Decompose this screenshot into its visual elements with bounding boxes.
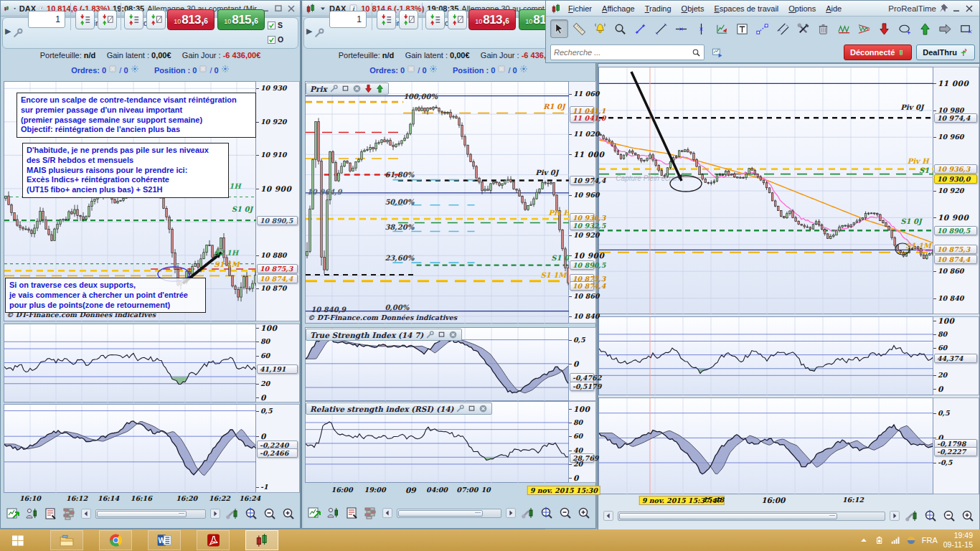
export-chart-icon[interactable]: [5, 507, 21, 521]
scroll-left-icon[interactable]: [603, 510, 614, 522]
horizontal-line-icon[interactable]: [672, 19, 690, 38]
tray-expand-icon[interactable]: [859, 535, 869, 545]
vertical-line-icon[interactable]: [692, 19, 710, 38]
zoom-out-icon[interactable]: [262, 507, 278, 521]
battery-icon[interactable]: [875, 535, 885, 545]
sell-market-button[interactable]: 10813,6: [468, 9, 516, 30]
quantity-field[interactable]: 1: [28, 11, 65, 28]
position-close-icon[interactable]: [199, 65, 207, 73]
rsi-pane[interactable]: [598, 316, 933, 395]
order-person-icon[interactable]: [24, 507, 39, 521]
pattern-triangle-icon[interactable]: [855, 19, 873, 38]
price-chart[interactable]: Piv 0JPiv HS1 HS1 0JS1 1MCapture Plein é…: [598, 67, 933, 314]
zoom-in-icon[interactable]: [960, 509, 976, 523]
zoom-in-icon[interactable]: [281, 507, 296, 521]
checkbox-s[interactable]: S: [268, 21, 283, 29]
journal-page-icon[interactable]: [42, 507, 58, 521]
rsi-pane[interactable]: [4, 324, 256, 402]
pane-window-icon[interactable]: [467, 404, 476, 413]
pattern-zigzag-icon[interactable]: [835, 19, 853, 38]
orders-settings-icon[interactable]: [429, 65, 438, 73]
volume-bricks-icon[interactable]: [61, 507, 77, 521]
checkbox-o[interactable]: O: [268, 35, 283, 44]
minimize-icon[interactable]: [951, 3, 962, 14]
sell-limit-button[interactable]: [98, 10, 117, 29]
scroll-left-icon[interactable]: [382, 507, 393, 519]
taskbar-chrome[interactable]: [99, 530, 132, 550]
disconnect-button[interactable]: Déconnecté: [844, 44, 912, 60]
panel-expander[interactable]: ▶: [306, 27, 312, 37]
search-input[interactable]: [554, 48, 692, 57]
start-button[interactable]: [1, 530, 34, 550]
search-box[interactable]: [550, 44, 705, 60]
buy-stop-button[interactable]: [124, 10, 143, 29]
taskbar-prorealtime[interactable]: [245, 530, 278, 550]
pane-window-icon[interactable]: [341, 84, 350, 93]
price-chart[interactable]: 100,00%61,80%50,00%38,20%23,60%0,00%10 9…: [305, 81, 569, 324]
zoom-out-icon[interactable]: [557, 506, 573, 520]
menu-options[interactable]: Options: [783, 3, 821, 14]
menu-affichage[interactable]: Affichage: [597, 3, 640, 14]
taskbar-acrobat[interactable]: [197, 530, 230, 550]
orders-cancel-icon[interactable]: [108, 65, 117, 73]
pane-window-icon[interactable]: [437, 330, 446, 339]
trash-icon[interactable]: [814, 19, 832, 38]
zoom-in-icon[interactable]: [576, 506, 592, 520]
buy-limit-button[interactable]: [377, 10, 396, 29]
dropdown-caret-icon[interactable]: [319, 3, 326, 14]
price-pane-header[interactable]: Prix: [306, 83, 389, 95]
scroll-right-icon[interactable]: [209, 508, 221, 519]
rsi-pane-header[interactable]: Relative strength index (RSI) (14): [306, 402, 492, 415]
pane-settings-icon[interactable]: [329, 84, 339, 93]
volume-bricks-icon[interactable]: [362, 506, 378, 520]
chart-wrench-icon[interactable]: [904, 509, 920, 523]
pane-close-icon[interactable]: [479, 404, 488, 413]
order-settings-button[interactable]: [12, 27, 24, 40]
network-icon[interactable]: [890, 535, 900, 545]
zoom-out-icon[interactable]: [941, 509, 957, 523]
menu-objets[interactable]: Objets: [677, 3, 710, 14]
sell-market-button[interactable]: 10813,6: [167, 9, 215, 30]
taskbar-explorer[interactable]: [50, 530, 83, 550]
language-indicator[interactable]: FRA: [922, 536, 938, 545]
journal-page-icon[interactable]: [344, 506, 359, 520]
magnifier-icon[interactable]: [611, 19, 629, 38]
menu-fichier[interactable]: Fichier: [563, 3, 597, 14]
position-settings-icon[interactable]: [519, 65, 528, 73]
arrow-right-icon[interactable]: [936, 19, 954, 38]
chart-annotate-icon[interactable]: [713, 19, 731, 38]
tsi-pane[interactable]: [598, 397, 933, 494]
tsi-pane[interactable]: [4, 404, 256, 493]
pane-settings-icon[interactable]: [425, 330, 435, 339]
clock[interactable]: 19:4909-11-15: [943, 531, 973, 549]
dealthru-button[interactable]: DealThru: [916, 44, 975, 60]
chart-scrollbar[interactable]: [95, 509, 206, 519]
buy-stop-button[interactable]: [425, 10, 445, 29]
orders-settings-icon[interactable]: [131, 65, 139, 73]
trendline-icon[interactable]: [652, 19, 670, 38]
scroll-left-icon[interactable]: [80, 508, 92, 519]
buy-arrow-icon[interactable]: [375, 84, 385, 93]
tsi-pane-header[interactable]: True Strength Index (14 7): [306, 329, 462, 341]
scroll-right-icon[interactable]: [889, 510, 900, 522]
pane-close-icon[interactable]: [352, 84, 362, 93]
ellipse-tool-icon[interactable]: [896, 19, 914, 38]
panel-expander[interactable]: ▶: [5, 27, 11, 37]
order-person-icon[interactable]: [325, 506, 341, 520]
pane-close-icon[interactable]: [448, 330, 458, 339]
zoom-fit-icon[interactable]: [923, 509, 938, 523]
chart-wrench-icon[interactable]: [520, 506, 536, 520]
menu-espaces-de-travail[interactable]: Espaces de travail: [709, 3, 783, 14]
menu-trading[interactable]: Trading: [640, 3, 677, 14]
pin-icon[interactable]: [938, 3, 949, 14]
zoom-fit-icon[interactable]: [243, 507, 259, 521]
ruler-icon[interactable]: [570, 19, 588, 38]
pane-settings-icon[interactable]: [456, 404, 465, 413]
arrow-up-icon[interactable]: [916, 19, 934, 38]
chart-wrench-icon[interactable]: [225, 507, 240, 521]
chart-scrollbar[interactable]: [618, 512, 885, 521]
menu-aide[interactable]: Aide: [821, 3, 847, 14]
order-settings-button[interactable]: [314, 27, 325, 40]
taskbar-word[interactable]: W: [148, 530, 181, 550]
chart-scrollbar[interactable]: [397, 509, 501, 518]
